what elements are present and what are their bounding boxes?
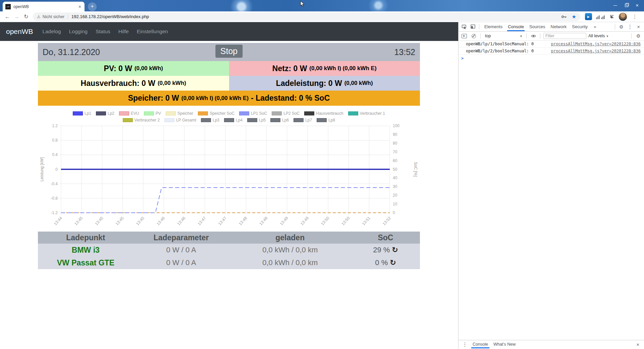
clear-console-icon[interactable] xyxy=(470,34,477,38)
console-settings-icon[interactable]: ⚙ xyxy=(635,33,642,39)
titlebar: oW openWB × + × xyxy=(0,0,644,11)
context-selector[interactable]: top ▾ xyxy=(484,34,523,38)
drawer-tab-what-s-new[interactable]: What's New xyxy=(491,341,518,348)
legend-item-lp8[interactable]: Lp8 xyxy=(317,118,335,122)
favicon: oW xyxy=(5,4,11,9)
devtools-tab-security[interactable]: Security xyxy=(569,22,590,31)
tab-close-icon[interactable]: × xyxy=(78,4,82,9)
profile-avatar[interactable] xyxy=(619,13,627,21)
reload-icon[interactable]: ↻ xyxy=(21,13,31,20)
restore-button[interactable] xyxy=(625,3,628,7)
log-levels-selector[interactable]: All levels ▾ xyxy=(588,34,608,38)
hausverbrauch-value: Hausverbrauch: 0 W xyxy=(81,79,155,88)
table-header-geladen: geladen xyxy=(229,233,351,242)
drawer-menu-icon[interactable]: ⋮ xyxy=(461,341,469,348)
brand-openwb[interactable]: openWB xyxy=(6,28,33,36)
legend-label: LP1 SoC xyxy=(251,111,267,116)
soc-refresh-icon[interactable]: ↻ xyxy=(390,259,396,266)
svg-text:13:48: 13:48 xyxy=(258,215,269,226)
legend-item-evu[interactable]: EVU xyxy=(119,111,139,116)
svg-text:60: 60 xyxy=(393,158,397,163)
legend-item-lp1[interactable]: Lp1 xyxy=(73,111,91,116)
legend-item-lp1-soc[interactable]: LP1 SoC xyxy=(239,111,267,116)
back-icon[interactable]: ← xyxy=(3,14,12,20)
legend-swatch xyxy=(73,111,83,115)
stats-extension-icon[interactable] xyxy=(596,14,605,19)
not-secure-warning-icon[interactable]: ⚠ xyxy=(37,14,41,19)
legend-item-lp7[interactable]: Lp7 xyxy=(293,118,312,122)
devtools-tab-console[interactable]: Console xyxy=(505,22,527,31)
legend-item-speicher-soc[interactable]: Speicher SoC xyxy=(198,111,234,116)
svg-text:13:52: 13:52 xyxy=(382,215,392,226)
legend-item-verbraucher-1[interactable]: Verbraucher 1 xyxy=(348,111,385,116)
password-key-icon[interactable] xyxy=(561,14,567,19)
console-filter-input[interactable] xyxy=(543,33,586,39)
security-label[interactable]: Nicht sicher xyxy=(43,14,68,19)
console-prompt[interactable]: > xyxy=(459,55,644,62)
table-header-soc: SoC xyxy=(351,233,420,242)
url-text[interactable]: 192.168.178.22/openWB/web/index.php xyxy=(68,14,561,19)
svg-text:-0.4: -0.4 xyxy=(51,182,58,186)
svg-text:13:44: 13:44 xyxy=(53,215,63,226)
legend-item-speicher[interactable]: Speicher xyxy=(166,111,193,116)
svg-text:50: 50 xyxy=(393,167,397,172)
legend-item-lp5[interactable]: Lp5 xyxy=(247,118,266,122)
console-sidebar-icon[interactable]: ▶ xyxy=(461,34,468,38)
svg-text:0.4: 0.4 xyxy=(52,152,58,157)
nav-item-hilfe[interactable]: Hilfe xyxy=(118,29,129,34)
puzzle-extensions-icon[interactable] xyxy=(609,14,615,20)
console-source-link[interactable]: processAllMqttMsg.js?ver=20201228:836 xyxy=(551,42,641,46)
svg-text:SoC [%]: SoC [%] xyxy=(413,162,418,177)
legend-item-lp3[interactable]: Lp3 xyxy=(201,118,219,122)
table-header-ladeparameter: Ladeparameter xyxy=(133,233,229,242)
legend-item-lp-gesamt[interactable]: LP Gesamt xyxy=(164,118,196,122)
legend-item-lp2-soc[interactable]: LP2 SoC xyxy=(272,111,300,116)
devtools-drawer: ⋮ ConsoleWhat's New × xyxy=(459,340,644,349)
window-close-button[interactable]: × xyxy=(636,3,639,7)
stop-button[interactable]: Stop xyxy=(215,45,243,58)
devtools-settings-icon[interactable]: ⚙ xyxy=(618,24,625,30)
openwb-navbar: openWB LadelogLoggingStatusHilfeEinstell… xyxy=(0,22,458,41)
bookmark-star-icon[interactable]: ★ xyxy=(572,14,576,20)
console-source-link[interactable]: processAllMqttMsg.js?ver=20201228:836 xyxy=(551,49,641,53)
devtools-menu-icon[interactable]: ⋮ xyxy=(626,23,634,30)
device-toolbar-icon[interactable] xyxy=(469,24,477,30)
pv-cell: PV: 0 W (0,00 kWh) xyxy=(38,61,229,76)
legend-item-lp6[interactable]: Lp6 xyxy=(270,118,289,122)
console-toolbar: ▶ top ▾ All levels ▾ xyxy=(459,32,644,41)
drawer-tab-console[interactable]: Console xyxy=(470,341,491,348)
legend-item-verbraucher-2[interactable]: Verbraucher 2 xyxy=(123,118,160,122)
browser-tab[interactable]: oW openWB × xyxy=(3,2,85,11)
new-tab-button[interactable]: + xyxy=(88,2,97,11)
speicher-value: Speicher: 0 W xyxy=(128,94,179,103)
more-tabs-icon[interactable]: » xyxy=(592,24,598,29)
legend-item-lp2[interactable]: Lp2 xyxy=(96,111,114,116)
devtools-tab-elements[interactable]: Elements xyxy=(482,22,505,31)
drawer-close-icon[interactable]: × xyxy=(634,342,641,347)
eye-icon[interactable] xyxy=(530,34,537,38)
console-message: openWB/lp/1/boolSocManual: 0processAllMq… xyxy=(459,41,644,48)
legend-item-pv[interactable]: PV xyxy=(144,111,161,116)
soc-value: 0 % xyxy=(375,258,388,267)
legend-item-hausverbrauch[interactable]: Hausverbrauch xyxy=(304,111,343,116)
legend-item-lp4[interactable]: Lp4 xyxy=(224,118,243,122)
forward-icon[interactable]: → xyxy=(12,14,21,20)
soc-refresh-icon[interactable]: ↻ xyxy=(392,247,398,253)
address-bar[interactable]: ⚠ Nicht sicher 192.168.178.22/openWB/web… xyxy=(33,12,580,21)
inspect-element-icon[interactable] xyxy=(461,24,468,30)
nav-item-einstellungen[interactable]: Einstellungen xyxy=(137,29,168,34)
devtools-tab-sources[interactable]: Sources xyxy=(527,22,548,31)
devtools-close-icon[interactable]: × xyxy=(635,24,642,30)
nav-item-ladelog[interactable]: Ladelog xyxy=(43,29,61,34)
nav-item-logging[interactable]: Logging xyxy=(69,29,88,34)
svg-text:20: 20 xyxy=(393,193,397,198)
svg-text:13:49: 13:49 xyxy=(300,215,310,226)
nav-item-status[interactable]: Status xyxy=(96,29,110,34)
devtools-tab-network[interactable]: Network xyxy=(548,22,570,31)
legend-label: Lp6 xyxy=(282,118,289,122)
video-extension-icon[interactable]: ▶ xyxy=(585,13,592,20)
minimize-button[interactable] xyxy=(613,3,617,7)
browser-menu-icon[interactable]: ⋮ xyxy=(631,14,639,20)
legend-swatch xyxy=(224,118,234,122)
svg-text:13:45: 13:45 xyxy=(114,215,125,226)
